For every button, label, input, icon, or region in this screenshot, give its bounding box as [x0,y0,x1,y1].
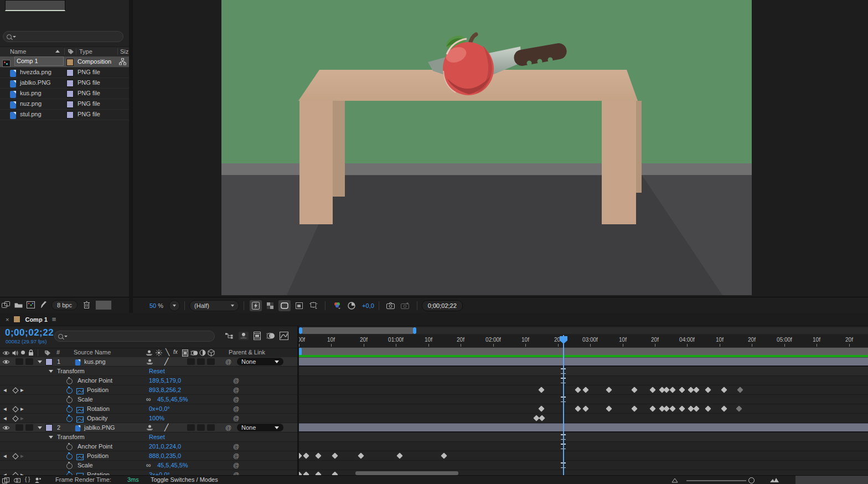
collapse-transformations-icon[interactable] [156,349,162,356]
video-column-eye-icon[interactable] [2,351,10,356]
parent-pickwhip-icon[interactable]: @ [225,423,231,432]
add-keyframe-icon[interactable] [12,406,18,412]
next-keyframe-icon[interactable]: ▶ [20,452,24,461]
keyframe-diamond[interactable] [663,405,669,411]
expand-in-out-panes-icon[interactable]: { } [25,476,30,482]
property-value[interactable]: 201,0,224,0 [149,442,181,451]
keyframe-diamond[interactable] [606,405,612,411]
add-keyframe-icon[interactable] [12,453,18,459]
item-name[interactable]: jablko.PNG [20,78,51,88]
show-snapshot-button[interactable] [399,300,411,311]
keyframe-diamond[interactable] [705,387,711,393]
stopwatch-icon[interactable] [66,444,73,450]
navigator-start-handle[interactable] [299,327,302,334]
current-time-indicator-line[interactable] [563,335,564,475]
pickwhip-icon[interactable]: @ [233,442,239,451]
timeline-search[interactable] [54,331,215,342]
stopwatch-icon[interactable] [66,388,73,394]
channels-button[interactable] [331,300,343,311]
keyframe-diamond[interactable] [679,405,685,411]
preview-timecode[interactable]: 0;00;02;22 [422,300,463,311]
project-item-nuz[interactable]: nuz.png PNG file [0,99,129,110]
layer-bar-kus[interactable] [299,357,868,367]
panel-menu-icon[interactable]: ≡ [52,315,56,323]
frame-blending-toggle-icon[interactable] [253,332,261,340]
property-row-anchor[interactable]: Anchor Point 189,5,179,0 @ [0,376,297,385]
transform-group-row[interactable]: Transform Reset [0,432,297,442]
keyframe-diamond[interactable] [315,471,321,475]
stopwatch-icon[interactable] [66,397,73,403]
work-area-bar[interactable] [299,347,868,356]
motion-blur-toggle-icon[interactable] [266,332,275,340]
zoom-level[interactable]: 50 % [149,302,163,309]
time-navigator-track[interactable] [299,327,868,334]
stopwatch-icon[interactable] [66,406,73,413]
keyframe-diamond[interactable] [575,387,581,393]
effects-switch-icon[interactable]: fx [173,349,178,355]
item-name[interactable]: kus.png [20,88,42,99]
label-column-icon[interactable] [68,49,74,55]
audio-cell[interactable] [16,424,23,431]
panel-corner-grabber[interactable] [795,476,868,484]
quality-switch[interactable]: ╱ [164,423,168,432]
zoom-out-mountain-icon[interactable] [671,478,679,483]
project-settings-quill-icon[interactable] [40,301,48,309]
close-tab-icon[interactable]: × [6,316,9,323]
snapshot-button[interactable] [385,300,397,311]
sort-ascending-icon[interactable] [55,50,60,53]
audio-cell[interactable] [16,358,23,365]
group-label[interactable]: Transform [57,367,85,375]
property-value[interactable]: 45,5,45,5% [157,461,188,470]
property-row-scale[interactable]: Scale ∞ 45,5,45,5% @ [0,461,297,470]
resolution-dropdown[interactable]: (Half) [189,300,239,311]
keyframe-diamond[interactable] [303,452,309,459]
track-position-row-jablko[interactable] [299,451,868,461]
layer-row-jablko[interactable]: 2 jablko.PNG ╱ @ None [0,423,297,432]
pickwhip-icon[interactable]: @ [233,414,239,423]
project-item-hvezda[interactable]: hvezda.png PNG file [0,67,129,78]
prev-keyframe-icon[interactable]: ◀ [3,414,7,423]
toggle-switches-modes-button[interactable]: Toggle Switches / Modes [151,476,218,483]
tab-comp-1[interactable]: Comp 1 [25,316,47,323]
shy-layers-toggle-icon[interactable] [239,332,249,340]
exposure-value[interactable]: +0,0 [362,302,374,309]
pickwhip-icon[interactable]: @ [233,461,239,470]
parent-link-column[interactable]: Parent & Link [229,349,265,356]
track-rotation-row-kus[interactable] [299,404,868,414]
keyframe-diamond[interactable] [631,387,637,393]
lock-cell[interactable] [25,424,33,431]
3d-layer-switch-icon[interactable] [208,349,215,357]
frame-blend-switch-icon[interactable] [182,349,189,357]
keyframe-diamond[interactable] [315,452,321,459]
project-item-kus[interactable]: kus.png PNG file [0,88,129,99]
search-options-chevron-icon[interactable] [13,36,16,38]
lock-column-icon[interactable] [28,349,34,356]
layer-source-name[interactable]: kus.png [84,357,106,366]
layer-label-swatch[interactable] [45,358,53,365]
expand-group-chevron[interactable] [49,370,53,373]
add-keyframe-icon[interactable] [12,387,18,393]
property-row-opacity[interactable]: ◀ ▶ Opacity 100% @ [0,414,297,423]
composition-canvas[interactable] [221,0,752,295]
column-size[interactable]: Siz [120,48,128,55]
layer-visibility-eye-icon[interactable] [2,425,10,430]
expand-layer-chevron[interactable] [38,426,42,429]
next-keyframe-icon[interactable]: ▶ [20,471,24,475]
stopwatch-icon[interactable] [66,463,73,469]
keyframe-diamond[interactable] [649,387,655,393]
time-ruler[interactable]: 0:00f10f20f01:00f10f20f02:00f10f20f03:00… [299,335,868,348]
keyframe-diamond[interactable] [705,405,711,411]
column-type[interactable]: Type [79,48,92,55]
new-composition-icon[interactable] [27,301,35,308]
transparency-grid-button[interactable] [264,300,276,311]
switch-cell[interactable] [197,358,205,365]
track-position-row-kus[interactable] [299,385,868,395]
panel-grabber[interactable] [95,300,112,310]
layer-row-kus[interactable]: 1 kus.png ╱ @ None [0,357,297,367]
item-name[interactable]: stul.png [20,109,42,120]
label-color-swatch[interactable] [66,59,74,66]
composition-mini-flowchart-icon[interactable] [225,332,234,340]
switch-cell[interactable] [187,424,195,431]
horizontal-scrollbar-thumb[interactable] [355,471,458,475]
expand-group-chevron[interactable] [49,436,53,439]
